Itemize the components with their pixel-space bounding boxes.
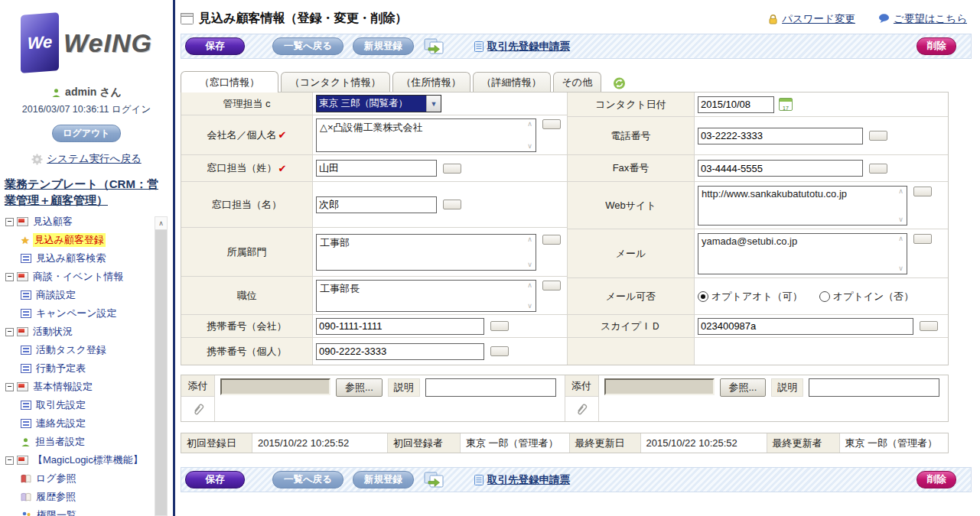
back-to-list-button[interactable]: 一覧へ戻る <box>272 471 343 488</box>
chevron-down-icon[interactable]: ▼ <box>426 96 441 112</box>
refresh-icon[interactable] <box>613 77 626 89</box>
mail-opt-radio-option[interactable]: オプトイン（否） <box>819 290 914 303</box>
tree-item[interactable]: 履歴参照 <box>0 488 173 506</box>
feedback-link[interactable]: ご要望はこちら <box>878 12 967 26</box>
collapse-icon[interactable] <box>5 456 14 465</box>
copy-record-icon[interactable] <box>423 37 445 56</box>
account-request-link[interactable]: 取引先登録申請票 <box>474 40 570 54</box>
textarea-scroll-icons[interactable]: ∧∨ <box>525 235 535 269</box>
form-row-website: Webサイトhttp://www.sankakubatutotu.co.jp∧∨ <box>568 182 948 229</box>
scroll-up-icon[interactable]: ∧ <box>155 217 167 230</box>
radio-icon[interactable] <box>698 291 708 302</box>
tree-root-item[interactable]: 見込顧客 <box>0 213 173 231</box>
tree-item[interactable]: 見込み顧客検索 <box>0 249 173 268</box>
overflow-mini-button[interactable] <box>913 234 932 244</box>
fax-input[interactable] <box>698 160 863 177</box>
tree-item[interactable]: 連絡先設定 <box>0 414 173 433</box>
scrollbar-thumb[interactable] <box>155 230 167 515</box>
mobile-company-input[interactable] <box>316 318 484 335</box>
password-change-link[interactable]: パスワード変更 <box>768 12 855 26</box>
delete-button[interactable]: 削除 <box>917 37 956 55</box>
contact-date-input[interactable] <box>698 96 774 113</box>
mobile-personal-input[interactable] <box>316 343 484 360</box>
tab-address-info[interactable]: （住所情報） <box>392 72 470 92</box>
overflow-mini-button[interactable] <box>542 119 561 129</box>
logout-button[interactable]: ログアウト <box>52 125 121 142</box>
browse-button[interactable]: 参照... <box>336 378 383 397</box>
save-button[interactable]: 保存 <box>185 37 245 55</box>
tab-contact-window[interactable]: （窓口情報） <box>181 71 278 92</box>
copy-record-icon[interactable] <box>423 471 445 489</box>
textarea-scroll-icons[interactable]: ∧∨ <box>525 120 535 151</box>
company-textarea[interactable]: △×凸設備工業株式会社∧∨ <box>316 118 536 152</box>
tree-root-item[interactable]: 商談・イベント情報 <box>0 268 173 286</box>
overflow-mini-button[interactable] <box>542 235 561 245</box>
account-request-link[interactable]: 取引先登録申請票 <box>474 473 570 487</box>
tree-root-item[interactable]: 活動状況 <box>0 323 173 341</box>
website-textarea[interactable]: http://www.sankakubatutotu.co.jp∧∨ <box>698 186 907 226</box>
mail-opt-radio-option[interactable]: オプトアオト（可） <box>698 290 803 303</box>
overflow-mini-button[interactable] <box>443 200 461 209</box>
description-input[interactable] <box>809 378 939 397</box>
description-input[interactable] <box>425 378 556 397</box>
contact-last-input[interactable] <box>316 160 437 177</box>
overflow-mini-button[interactable] <box>443 164 461 174</box>
gear-icon <box>31 154 43 165</box>
tree-root-item[interactable]: 基本情報設定 <box>0 378 173 396</box>
sidebar-scrollbar[interactable]: ∧ <box>155 216 168 516</box>
tree-item[interactable]: 行動予定表 <box>0 359 173 378</box>
form-row-company: 会社名／個人名✔△×凸設備工業株式会社∧∨ <box>181 115 567 155</box>
back-to-system-link[interactable]: システム実行へ戻る <box>47 152 141 166</box>
phone-input[interactable] <box>698 128 863 144</box>
tree-item[interactable]: 取引先設定 <box>0 396 173 414</box>
overflow-mini-button[interactable] <box>490 321 509 331</box>
tree-item-label: 履歴参照 <box>34 490 77 504</box>
collapse-icon[interactable] <box>5 273 14 281</box>
tree-item[interactable]: ログ参照 <box>0 469 173 488</box>
tree-item[interactable]: 担当者設定 <box>0 433 173 451</box>
overflow-mini-button[interactable] <box>869 131 887 141</box>
tree-item-label: 商談設定 <box>34 288 77 302</box>
overflow-mini-button[interactable] <box>542 281 561 290</box>
tab-other[interactable]: その他 <box>553 72 602 92</box>
tree-root-item[interactable]: 【MagicLogic標準機能】 <box>0 451 173 469</box>
contact-first-input[interactable] <box>316 196 437 213</box>
delete-button[interactable]: 削除 <box>917 471 956 488</box>
tree-item[interactable]: ★見込み顧客登録 <box>0 231 173 249</box>
collapse-icon[interactable] <box>5 383 14 391</box>
form-row-mobile-personal: 携帯番号（個人） <box>181 338 567 365</box>
textarea-scroll-icons[interactable]: ∧∨ <box>525 281 535 310</box>
calendar-icon[interactable] <box>779 98 793 111</box>
attachment-file-input[interactable] <box>604 378 715 395</box>
position-textarea[interactable]: 工事部長∧∨ <box>316 280 536 312</box>
overflow-mini-button[interactable] <box>920 321 938 331</box>
tab-contact-info[interactable]: （コンタクト情報） <box>281 72 390 92</box>
textarea-scroll-icons[interactable]: ∧∨ <box>896 235 906 273</box>
form-row-manager: 管理担当 c東京 三郎（閲覧者）▼ <box>181 92 567 115</box>
skype-label: スカイプＩＤ <box>568 315 695 337</box>
back-to-list-button[interactable]: 一覧へ戻る <box>272 37 343 55</box>
tree-item[interactable]: キャンペーン設定 <box>0 304 173 323</box>
new-entry-button[interactable]: 新規登録 <box>353 471 414 488</box>
overflow-mini-button[interactable] <box>869 164 887 174</box>
overflow-mini-button[interactable] <box>913 187 932 196</box>
new-entry-button[interactable]: 新規登録 <box>353 37 414 55</box>
skype-input[interactable] <box>698 318 913 335</box>
manager-select[interactable]: 東京 三郎（閲覧者）▼ <box>316 95 441 112</box>
radio-icon[interactable] <box>819 291 830 302</box>
attachment-file-input[interactable] <box>220 378 330 395</box>
list-icon <box>21 346 31 355</box>
save-button[interactable]: 保存 <box>185 471 245 488</box>
department-textarea[interactable]: 工事部∧∨ <box>316 234 536 271</box>
users-icon <box>21 511 32 516</box>
collapse-icon[interactable] <box>5 328 14 336</box>
textarea-scroll-icons[interactable]: ∧∨ <box>896 187 906 224</box>
collapse-icon[interactable] <box>5 218 14 226</box>
browse-button[interactable]: 参照... <box>720 378 767 397</box>
email-textarea[interactable]: yamada@setubi.co.jp∧∨ <box>698 233 907 274</box>
tree-item[interactable]: 権限一覧 <box>0 506 173 516</box>
overflow-mini-button[interactable] <box>490 346 509 356</box>
tree-item[interactable]: 活動タスク登録 <box>0 341 173 359</box>
tree-item[interactable]: 商談設定 <box>0 286 173 304</box>
tab-detail-info[interactable]: （詳細情報） <box>473 72 551 92</box>
